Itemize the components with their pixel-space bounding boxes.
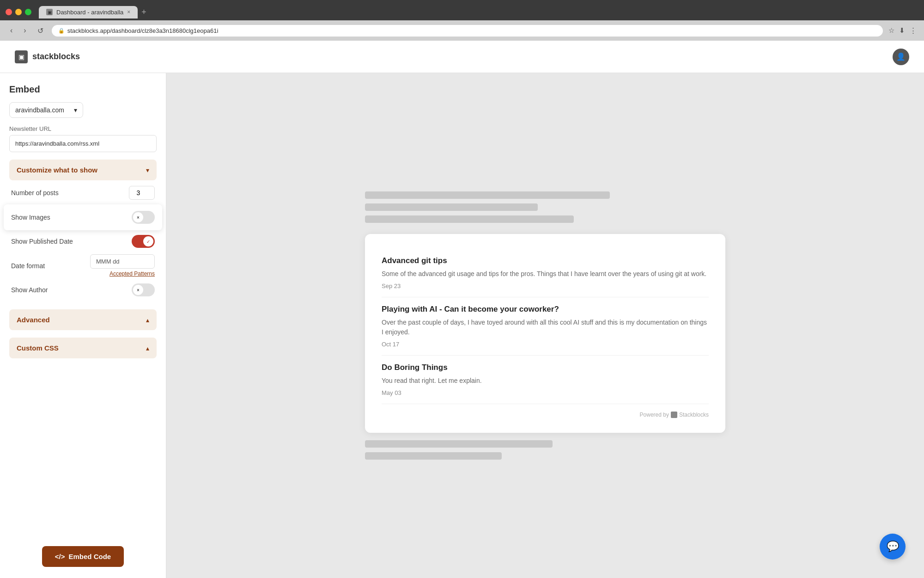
date-format-row: Date format Accepted Patterns (11, 254, 155, 277)
widget-card: Advanced git tips Some of the advanced g… (365, 234, 725, 433)
app-header: ▣ stackblocks 👤 (0, 41, 924, 73)
show-published-date-label: Show Published Date (11, 238, 73, 245)
refresh-btn[interactable]: ↺ (35, 25, 46, 37)
address-text: stackblocks.app/dashboard/clz8e3a3n18680… (67, 27, 219, 34)
back-btn[interactable]: ‹ (7, 25, 15, 37)
menu-btn[interactable]: ⋮ (910, 26, 917, 35)
post-excerpt: Over the past couple of days, I have toy… (382, 318, 709, 337)
skeleton-bar (365, 452, 502, 460)
tab-close-btn[interactable]: × (127, 9, 130, 15)
accepted-patterns-link[interactable]: Accepted Patterns (90, 271, 155, 277)
show-author-toggle[interactable]: × (132, 283, 155, 296)
advanced-chevron-icon: ▴ (146, 316, 149, 324)
show-published-date-row: Show Published Date ✓ (11, 235, 155, 248)
show-images-toggle[interactable]: × (132, 211, 155, 224)
post-title: Advanced git tips (382, 256, 709, 265)
footer-text: Powered by (640, 412, 669, 418)
tab-favicon-icon: ▣ (46, 9, 53, 15)
chat-button[interactable]: 💬 (880, 534, 906, 560)
date-format-label: Date format (11, 262, 45, 270)
custom-css-label: Custom CSS (17, 344, 59, 352)
active-tab[interactable]: ▣ Dashboard - aravindballa × (39, 6, 138, 18)
post-date: Sep 23 (382, 283, 709, 289)
chat-icon: 💬 (887, 541, 899, 553)
customize-label: Customize what to show (17, 166, 97, 174)
embed-section-title: Embed (9, 84, 157, 95)
post-excerpt: Some of the advanced git usage and tips … (382, 269, 709, 279)
lock-icon: 🔒 (58, 28, 65, 34)
skeleton-top (365, 191, 725, 223)
post-date: May 03 (382, 389, 709, 396)
app-container: ▣ stackblocks 👤 Embed aravindballa.com ▾… (0, 41, 924, 578)
footer-brand: Stackblocks (679, 412, 709, 418)
show-author-thumb: × (133, 285, 143, 295)
preview-container: Advanced git tips Some of the advanced g… (365, 191, 725, 460)
logo-icon: ▣ (15, 50, 28, 63)
new-tab-btn[interactable]: + (141, 7, 146, 17)
footer-logo-icon (671, 412, 677, 418)
newsletter-url-input[interactable] (9, 135, 157, 152)
newsletter-url-label: Newsletter URL (9, 125, 157, 132)
customize-accordion-content: Number of posts Show Images × Show Publi… (9, 180, 157, 302)
advanced-accordion: Advanced ▴ (9, 309, 157, 330)
customize-accordion-header[interactable]: Customize what to show ▾ (9, 160, 157, 180)
customize-chevron-icon: ▾ (146, 166, 149, 174)
domain-value: aravindballa.com (15, 106, 64, 114)
bookmark-btn[interactable]: ☆ (888, 26, 894, 35)
minimize-window-btn[interactable] (15, 9, 22, 15)
show-images-label: Show Images (11, 214, 50, 221)
maximize-window-btn[interactable] (25, 9, 31, 15)
right-preview: Advanced git tips Some of the advanced g… (166, 73, 924, 578)
nav-bar: ‹ › ↺ 🔒 stackblocks.app/dashboard/clz8e3… (0, 20, 924, 41)
post-date: Oct 17 (382, 341, 709, 348)
post-title: Do Boring Things (382, 363, 709, 372)
post-title: Playing with AI - Can it become your cow… (382, 305, 709, 314)
forward-btn[interactable]: › (21, 25, 29, 37)
post-item: Playing with AI - Can it become your cow… (382, 297, 709, 356)
post-excerpt: You read that right. Let me explain. (382, 376, 709, 386)
nav-actions: ☆ ⬇ ⋮ (888, 26, 917, 35)
show-author-label: Show Author (11, 286, 48, 294)
tab-label: Dashboard - aravindballa (56, 9, 123, 16)
show-author-row: Show Author × (11, 283, 155, 296)
close-window-btn[interactable] (6, 9, 12, 15)
advanced-accordion-header[interactable]: Advanced ▴ (9, 309, 157, 330)
domain-dropdown[interactable]: aravindballa.com ▾ (9, 102, 83, 118)
logo-text: stackblocks (32, 52, 80, 61)
custom-css-chevron-icon: ▴ (146, 344, 149, 352)
skeleton-bar (365, 215, 574, 223)
app-logo: ▣ stackblocks (15, 50, 80, 63)
custom-css-accordion: Custom CSS ▴ (9, 338, 157, 358)
widget-footer: Powered by Stackblocks (382, 412, 709, 418)
newsletter-url-section: Newsletter URL (9, 125, 157, 152)
number-of-posts-row: Number of posts (11, 186, 155, 200)
address-bar[interactable]: 🔒 stackblocks.app/dashboard/clz8e3a3n186… (52, 25, 883, 37)
browser-chrome: ▣ Dashboard - aravindballa × + ‹ › ↺ 🔒 s… (0, 0, 924, 41)
date-format-input[interactable] (90, 254, 155, 269)
download-btn[interactable]: ⬇ (899, 26, 905, 35)
left-panel: Embed aravindballa.com ▾ Newsletter URL … (0, 73, 166, 578)
skeleton-bar (365, 191, 610, 199)
skeleton-bar (365, 203, 538, 211)
customize-accordion: Customize what to show ▾ Number of posts… (9, 160, 157, 302)
embed-code-button[interactable]: </> Embed Code (42, 546, 124, 567)
number-of-posts-input[interactable] (129, 186, 155, 200)
date-format-section: Accepted Patterns (90, 254, 155, 277)
embed-code-label: Embed Code (69, 553, 111, 560)
show-published-date-toggle[interactable]: ✓ (132, 235, 155, 248)
number-of-posts-label: Number of posts (11, 189, 59, 197)
custom-css-accordion-header[interactable]: Custom CSS ▴ (9, 338, 157, 358)
post-item: Advanced git tips Some of the advanced g… (382, 249, 709, 297)
user-avatar[interactable]: 👤 (893, 49, 909, 65)
post-item: Do Boring Things You read that right. Le… (382, 356, 709, 404)
window-controls (6, 9, 31, 15)
chevron-down-icon: ▾ (74, 106, 77, 114)
tab-bar: ▣ Dashboard - aravindballa × + (0, 0, 924, 20)
show-images-row: Show Images × (4, 204, 162, 230)
embed-code-icon: </> (55, 553, 65, 560)
main-content: Embed aravindballa.com ▾ Newsletter URL … (0, 73, 924, 578)
show-images-thumb: × (133, 212, 143, 222)
skeleton-bottom (365, 440, 725, 460)
skeleton-bar (365, 440, 553, 448)
show-published-date-thumb: ✓ (143, 236, 153, 246)
